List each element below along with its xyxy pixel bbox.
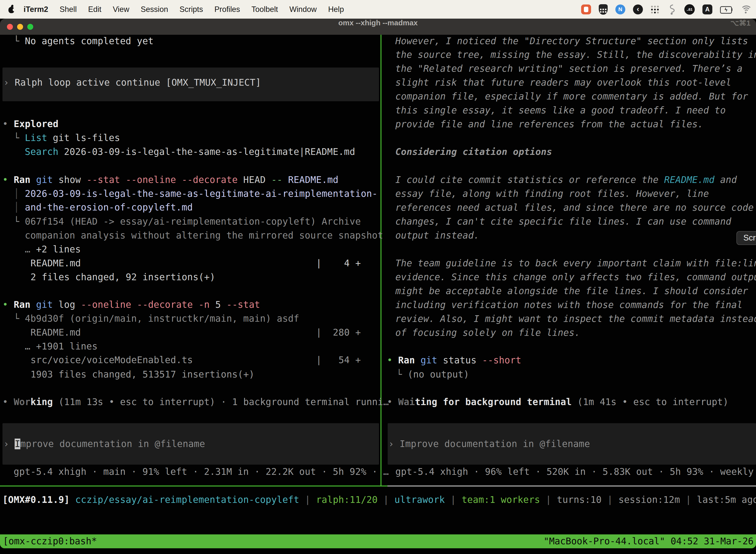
log-stat-line-1: README.md | 280 + [30, 326, 361, 340]
reasoning-paragraph-line: including verification notes with those … [395, 298, 743, 312]
right-model-status-line: gpt-5.4 xhigh · 96% left · 520K in · 5.8… [395, 465, 756, 479]
window-title: omx --xhigh --madmax [0, 19, 756, 35]
menu-item-iterm2[interactable]: iTerm2 [18, 5, 54, 14]
show-summary-line: 2 files changed, 92 insertions(+) [30, 270, 215, 284]
menu-item-view[interactable]: View [107, 5, 135, 14]
log-more-lines: … +1901 lines [25, 340, 98, 353]
menu-item-shell[interactable]: Shell [54, 5, 82, 14]
wifi-icon[interactable] [740, 5, 752, 14]
menu-item-edit[interactable]: Edit [82, 5, 107, 14]
reasoning-paragraph-line: of focusing solely on file lines. [395, 326, 580, 340]
window-shortcut-badge: ⌥⌘1 [731, 19, 751, 35]
reasoning-paragraph-line: might be acceptable alongside the file l… [395, 284, 748, 298]
macos-menu-bar: iTerm2 Shell Edit View Session Scripts P… [0, 0, 756, 19]
reasoning-paragraph-line: changes, I can't cite specific file line… [395, 215, 732, 229]
ran-git-log-line: • Ran git log --oneline --decorate -n 5 … [2, 298, 260, 312]
reasoning-paragraph-line: the source tree, missing the essay. Stil… [395, 48, 756, 62]
reasoning-paragraph-line: references need actual files, and since … [395, 201, 754, 215]
battery-charging-icon[interactable]: ϟ [720, 6, 733, 13]
explored-list-line: └ List git ls-files [14, 131, 120, 145]
waiting-status-line: • Waiting for background terminal (1m 41… [387, 395, 729, 409]
no-output-line: └ (no output) [396, 368, 469, 382]
reasoning-paragraph-line: essay file, along with finding root file… [395, 187, 709, 201]
a-square-icon[interactable]: A [702, 4, 712, 14]
menu-item-window[interactable]: Window [284, 5, 322, 14]
pane-bottom-border-inactive [387, 486, 756, 487]
working-status-line: • Working (11m 13s • esc to interrupt) ·… [2, 395, 389, 409]
menu-item-scripts[interactable]: Scripts [174, 5, 209, 14]
hook-icon[interactable] [667, 4, 677, 15]
crescent-circle-icon[interactable]: ‹ [633, 4, 643, 14]
left-prompt-text[interactable]: › Improve documentation in @filename [3, 437, 205, 451]
menu-item-toolbelt[interactable]: Toolbelt [246, 5, 284, 14]
reasoning-paragraph-line: the "Related research writing" section i… [395, 62, 743, 76]
menu-status-icons: N ‹ ..61 A ϟ [581, 4, 756, 15]
n-badge-icon[interactable]: N [615, 4, 625, 14]
ran-git-status-line: • Ran git status --short [387, 353, 521, 367]
reasoning-paragraph-line: However, I noticed the "Directory Struct… [395, 34, 748, 48]
tmux-session-label: [omx-cczip0:bash* [3, 535, 97, 548]
chat-bubble-icon[interactable] [581, 4, 591, 14]
reasoning-paragraph-line: this single essay, it seems like a good … [395, 104, 726, 117]
reasoning-paragraph-line: slight risk that future readers may over… [395, 76, 732, 90]
show-filename-line-2: │ and-the-erosion-of-copyleft.md [14, 201, 193, 214]
show-stat-line: README.md | 4 + [30, 257, 361, 270]
desktop: iTerm2 Shell Edit View Session Scripts P… [0, 0, 756, 554]
left-model-status-line: gpt-5.4 xhigh · main · 91% left · 2.31M … [14, 465, 389, 479]
reasoning-paragraph-line: The team guideline is to back every impo… [395, 257, 756, 270]
reasoning-paragraph-line: output instead. [395, 229, 480, 242]
menu-items: iTerm2 Shell Edit View Session Scripts P… [0, 5, 350, 14]
agents-note-line: └ No agents completed yet [14, 34, 153, 48]
reasoning-paragraph-line: I could cite commit statistics or refere… [395, 173, 737, 187]
show-more-lines: … +2 lines [25, 242, 81, 257]
log-commit-line: └ 4b9d30f (origin/main, instructkr/main,… [14, 312, 299, 326]
log-stat-line-2: src/voice/voiceModeEnabled.ts | 54 + [30, 353, 361, 367]
screen-overlay-button[interactable]: Scre [737, 231, 756, 245]
shield-grid-icon[interactable] [599, 4, 608, 15]
pane-divider[interactable] [380, 35, 381, 486]
menu-item-session[interactable]: Session [135, 5, 174, 14]
reasoning-paragraph-line: provide file and line references from th… [395, 117, 703, 131]
log-summary-line: 1903 files changed, 513517 insertions(+) [30, 368, 254, 382]
ralph-loop-banner: › Ralph loop active continue [OMX_TMUX_I… [3, 76, 261, 90]
menu-item-profiles[interactable]: Profiles [208, 5, 246, 14]
reasoning-paragraph-line: review. Also, I might want to inspect th… [395, 312, 756, 326]
badge-61-icon[interactable]: ..61 [684, 4, 695, 15]
reasoning-heading: Considering citation options [395, 145, 552, 159]
show-filename-line-1: │ 2026-03-09-is-legal-the-same-as-legiti… [14, 187, 378, 201]
reasoning-paragraph-line: evidence. Since this change only affects… [395, 270, 756, 284]
pane-bottom-border-active [0, 486, 387, 487]
explored-search-line: Search 2026-03-09-is-legal-the-same-as-l… [25, 145, 355, 159]
show-commit-line-1: └ 067f154 (HEAD -> essay/ai-reimplementa… [14, 215, 361, 229]
explored-header: • Explored [2, 117, 59, 131]
apple-menu-icon[interactable] [8, 7, 14, 13]
tmux-host-time-label: "MacBook-Pro-44.local" 04:52 31-Mar-26 [544, 535, 754, 548]
reasoning-paragraph-line: companion file, especially if more comme… [395, 90, 748, 104]
show-commit-line-2: companion analysis without altering the … [25, 229, 383, 242]
ran-git-show-line: • Ran git show --stat --oneline --decora… [2, 173, 338, 187]
right-prompt-text[interactable]: › Improve documentation in @filename [388, 437, 590, 451]
omx-status-line: [OMX#0.11.9] cczip/essay/ai-reimplementa… [2, 493, 756, 507]
dots-grid-icon[interactable] [650, 5, 659, 14]
menu-item-help[interactable]: Help [322, 5, 350, 14]
